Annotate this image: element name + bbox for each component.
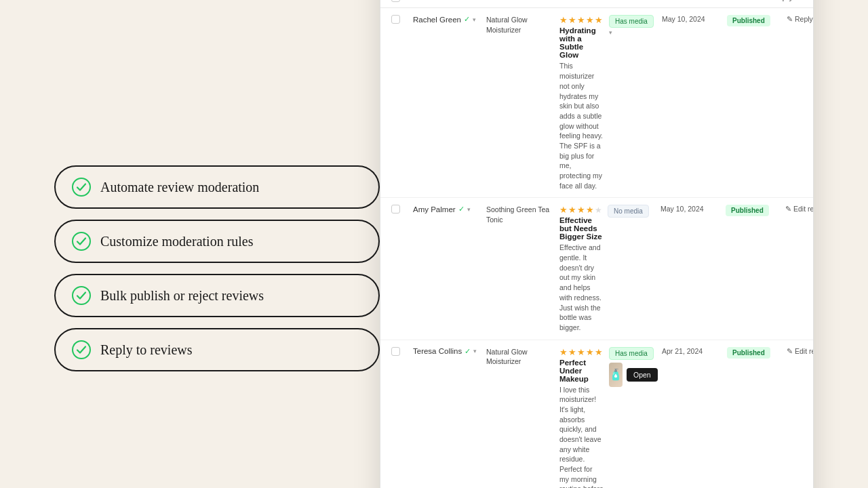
review-body: I love this moisturizer! It's light, abs… <box>559 385 604 488</box>
date-cell: May 10, 2024 <box>660 205 720 213</box>
review-body: Effective and gentle. It doesn't dry out… <box>559 243 602 332</box>
star-icon: ★ <box>595 206 602 214</box>
svg-point-3 <box>73 341 90 359</box>
status-badge: Published <box>727 347 770 359</box>
customer-cell: Rachel Green ✓ ▾ <box>413 15 481 24</box>
reply-icon: ✎ <box>785 205 791 213</box>
verified-icon: ✓ <box>465 347 471 356</box>
customer-dropdown-arrow[interactable]: ▾ <box>467 206 471 213</box>
media-badge[interactable]: No media <box>608 205 649 218</box>
media-cell: Has media 🧴 Open <box>609 347 656 387</box>
check-circle-icon <box>72 232 91 251</box>
col-header-product: Product <box>486 0 554 2</box>
col-header-created: Created <box>647 0 707 2</box>
col-header-reply: Reply <box>772 0 814 2</box>
reply-cell: ✎ Reply <box>787 15 814 23</box>
review-body: This moisturizer not only hydrates my sk… <box>559 61 604 190</box>
media-dropdown-arrow[interactable]: ▾ <box>609 29 612 36</box>
star-icon: ★ <box>568 347 577 357</box>
table-header: CustomerProductContentMediaCreatedStatus… <box>380 0 813 8</box>
reply-button[interactable]: ✎ Edit reply <box>787 347 814 355</box>
star-icon: ★ <box>577 15 586 25</box>
svg-point-1 <box>73 232 90 250</box>
feature-item-bulk[interactable]: Bulk publish or reject reviews <box>54 274 380 317</box>
star-icon: ★ <box>577 205 586 215</box>
customer-dropdown-arrow[interactable]: ▾ <box>473 348 477 354</box>
star-icon: ★ <box>595 347 604 357</box>
customer-dropdown-arrow[interactable]: ▾ <box>473 16 476 23</box>
row-checkbox[interactable] <box>391 205 400 214</box>
feature-item-customize[interactable]: Customize moderation rules <box>54 220 380 263</box>
svg-point-0 <box>73 178 90 196</box>
reply-icon: ✎ <box>787 15 793 23</box>
verified-icon: ✓ <box>458 205 465 214</box>
feature-item-automate[interactable]: Automate review moderation <box>54 165 380 209</box>
reply-label: Reply <box>795 15 813 23</box>
check-circle-icon <box>72 286 91 305</box>
media-cell: Has media ▾ <box>609 15 656 36</box>
table-row: Rachel Green ✓ ▾ Natural Glow Moisturize… <box>380 8 813 198</box>
table-body: Rachel Green ✓ ▾ Natural Glow Moisturize… <box>380 8 813 488</box>
reply-label: Edit reply <box>793 205 814 213</box>
status-cell: Published <box>727 347 781 359</box>
col-header-status: Status <box>712 0 766 2</box>
status-badge: Published <box>726 205 769 216</box>
table-row: Teresa Collins ✓ ▾ Natural Glow Moisturi… <box>380 340 813 488</box>
content-cell: ★★★★★Hydrating with a Subtle GlowThis mo… <box>559 15 604 190</box>
star-icon: ★ <box>568 205 577 215</box>
feature-label: Automate review moderation <box>100 180 259 195</box>
reply-cell: ✎ Edit reply <box>785 205 814 213</box>
col-header-media: Media <box>594 0 642 2</box>
status-cell: Published <box>727 15 781 26</box>
row-checkbox[interactable] <box>391 15 400 24</box>
product-cell: Natural Glow Moisturizer <box>486 347 554 367</box>
media-preview-container: 🧴 Open <box>609 363 656 387</box>
date-cell: May 10, 2024 <box>662 15 722 23</box>
status-cell: Published <box>726 205 780 216</box>
customer-cell: Teresa Collins ✓ ▾ <box>413 347 481 356</box>
star-icon: ★ <box>559 15 568 25</box>
verified-icon: ✓ <box>464 15 470 24</box>
product-cell: Soothing Green Tea Tonic <box>486 205 554 224</box>
media-badge[interactable]: Has media <box>609 347 654 360</box>
reply-button[interactable]: ✎ Reply <box>787 15 813 23</box>
reply-cell: ✎ Edit reply <box>787 347 814 355</box>
reply-label: Edit reply <box>795 347 814 355</box>
feature-list: Automate review moderation Customize mod… <box>54 165 380 371</box>
feature-item-reply[interactable]: Reply to reviews <box>54 328 380 371</box>
select-all-checkbox[interactable] <box>391 0 400 2</box>
col-header-checkbox <box>391 0 408 2</box>
star-icon: ★ <box>595 15 604 25</box>
content-cell: ★★★★★Perfect Under MakeupI love this moi… <box>559 347 604 488</box>
content-cell: ★★★★★Effective but Needs Bigger SizeEffe… <box>559 205 602 332</box>
customer-name: Amy Palmer <box>413 205 456 214</box>
feature-label: Bulk publish or reject reviews <box>100 288 264 304</box>
browser-content: AllPendingPublishedRejected 🔍 ☷ ⇵ Custom… <box>380 0 813 488</box>
media-thumbnail: 🧴 <box>609 363 623 387</box>
check-circle-icon <box>72 340 91 359</box>
date-cell: Apr 21, 2024 <box>662 347 722 355</box>
feature-label: Reply to reviews <box>100 342 193 358</box>
media-cell: No media <box>608 205 655 218</box>
customer-cell: Amy Palmer ✓ ▾ <box>413 205 481 214</box>
svg-point-2 <box>73 287 90 304</box>
reply-icon: ✎ <box>787 347 793 355</box>
feature-label: Customize moderation rules <box>100 234 254 249</box>
star-icon: ★ <box>559 205 568 215</box>
review-title: Effective but Needs Bigger Size <box>559 216 602 241</box>
col-header-content: Content <box>559 0 589 2</box>
customer-name: Teresa Collins <box>413 347 462 355</box>
table-row: Amy Palmer ✓ ▾ Soothing Green Tea Tonic★… <box>380 198 813 340</box>
media-badge[interactable]: Has media <box>609 15 654 28</box>
reply-button[interactable]: ✎ Edit reply <box>785 205 814 213</box>
row-checkbox[interactable] <box>391 347 400 356</box>
star-icon: ★ <box>586 205 595 215</box>
app-screenshot: AllPendingPublishedRejected 🔍 ☷ ⇵ Custom… <box>380 0 814 488</box>
review-table: CustomerProductContentMediaCreatedStatus… <box>380 0 813 488</box>
product-cell: Natural Glow Moisturizer <box>486 15 554 35</box>
star-icon: ★ <box>559 347 568 357</box>
star-icon: ★ <box>586 347 595 357</box>
star-icon: ★ <box>586 15 595 25</box>
check-circle-icon <box>72 178 91 197</box>
open-media-button[interactable]: Open <box>627 368 658 382</box>
